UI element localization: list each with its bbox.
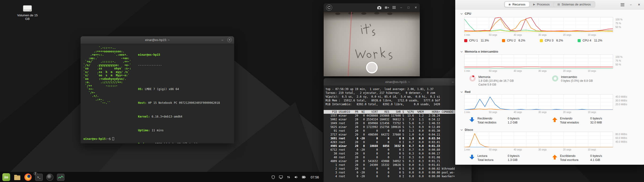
disk-read-group: Lectura 0 bytes/s Total lectura 1.3 GiB	[470, 154, 552, 162]
minimize-button[interactable]: –	[451, 80, 455, 84]
minimize-button[interactable]: –	[220, 38, 224, 42]
network-x-axis-labels: 1 min50 segs40 segs30 segs20 segs10 segs	[464, 111, 613, 114]
top-summary-line: MiB Mem : 15912.6 total, 8928.6 libre, 1…	[326, 99, 470, 102]
network-icon[interactable]	[286, 175, 290, 179]
neofetch-terminal-output[interactable]: `.-::---.. .:++++ooooosssoo:. .+o++::. `…	[80, 44, 234, 143]
cpu-legend-label: CPU 2	[507, 39, 516, 42]
top-summary-line: Tareas: 219 total, 2 ejecutar, 217 hiber…	[326, 91, 470, 95]
neofetch-info-label: Kernel:	[138, 115, 150, 118]
memory-legend-title: Memoria	[478, 75, 514, 79]
folder-icon	[14, 174, 21, 180]
y-axis-label: 20.0 MiB/s	[616, 102, 642, 106]
hamburger-menu-icon[interactable]	[620, 3, 625, 7]
top-terminal-output[interactable]: top - 07:56:39 up 19 min, 1 user, load a…	[324, 86, 472, 182]
camera-titlebar[interactable]: – □ ✕	[324, 3, 420, 12]
x-axis-label: 1 min	[464, 148, 470, 151]
receive-rate-label: Recibiendo	[478, 117, 505, 120]
cpu-legend-label: CPU 4	[582, 39, 591, 42]
top-terminal-titlebar[interactable]: einar@es-hp15: ~ – □ ✕	[324, 78, 472, 86]
x-axis-label: 1 min	[464, 34, 470, 36]
paper-margin-line	[348, 12, 352, 76]
tab-icon: ◉	[508, 3, 511, 6]
close-button[interactable]: ✕	[637, 3, 641, 7]
neofetch-info-column: einar@es-hp15 -------------- OS: LMDE 7 …	[138, 46, 220, 143]
switch-camera-button[interactable]	[326, 5, 332, 11]
video-mode-button[interactable]	[384, 6, 389, 9]
firefox-launcher[interactable]	[24, 173, 32, 181]
write-total-label: Total escritura	[560, 158, 588, 162]
neofetch-titlebar[interactable]: einar@es-hp15: ~ – ✕	[80, 36, 234, 44]
process-row: 3691 root 0 -20 0 0 0 R 1.0 0.0 0:03.94	[326, 136, 470, 140]
cpu-chart	[464, 17, 613, 33]
x-axis-label: 10 segs	[588, 111, 596, 114]
memory-section-header[interactable]: Memoria e intercambio	[460, 50, 498, 53]
network-receive-group: Recibiendo 0 bytes/s Total recibidos 1.2…	[470, 117, 552, 124]
x-axis-label: 1 min	[464, 70, 470, 72]
x-axis-label: 40 segs	[514, 70, 522, 72]
swap-usage-group: Intercambio 0 bytes (0.0%) de 8.8 GB	[552, 75, 635, 86]
cpu-color-swatch	[502, 39, 505, 42]
memory-section-title: Memoria e intercambio	[465, 50, 498, 53]
view-switcher-tab[interactable]: ▤ Sistemas de archivos	[554, 2, 595, 7]
close-button[interactable]: ✕	[227, 38, 232, 42]
close-button[interactable]: ✕	[414, 6, 418, 10]
display-icon[interactable]	[279, 175, 283, 179]
process-row: 5625 einar 20 0 1722992 152756 100616 S …	[326, 125, 470, 129]
camera-shutter-button[interactable]	[366, 62, 378, 73]
process-row: 1557 einar 20 0 4438868 193868 117608 S …	[326, 114, 470, 118]
camera-app-launcher[interactable]	[46, 173, 54, 181]
shield-icon[interactable]	[271, 175, 275, 179]
x-axis-label: 10 segs	[588, 148, 596, 151]
mint-menu-button[interactable]: lm	[2, 173, 10, 181]
process-row: 40 root 20 0 0 0 0 I 0.3 0.0 0:01.08	[326, 155, 470, 159]
minimize-button[interactable]: –	[399, 6, 403, 10]
top-summary-line: top - 07:56:39 up 19 min, 1 user, load a…	[326, 87, 470, 91]
cpu-legend-value: 11.3%	[481, 39, 489, 42]
cpu-chart-box	[464, 17, 613, 33]
cpu-y-axis-labels: 100 %75 %50 %	[616, 18, 642, 29]
battery-icon[interactable]	[302, 175, 306, 179]
cpu-color-swatch	[578, 39, 581, 42]
neofetch-window-title: einar@es-hp15: ~	[145, 38, 170, 42]
x-axis-label: 10 segs	[588, 34, 596, 36]
neofetch-info-value: 11 mins	[150, 129, 164, 132]
shell-prompt[interactable]: einar@es-hp15:~$	[84, 137, 114, 141]
file-manager-launcher[interactable]	[13, 173, 21, 181]
cpu-section-title: CPU	[465, 12, 471, 15]
view-switcher-tab[interactable]: ▶ Procesos	[529, 2, 554, 7]
network-section-header[interactable]: Red	[460, 90, 470, 94]
tab-label: Procesos	[537, 3, 550, 6]
view-switcher-tab[interactable]: ◉ Recursos	[504, 2, 529, 7]
prompt-user-host: einar@es-hp15	[84, 137, 106, 141]
cpu-legend-value: 11.2%	[594, 39, 602, 42]
disk-section-header[interactable]: Disco	[460, 128, 473, 132]
x-axis-label: 1 min	[464, 111, 470, 114]
camera-preview	[324, 12, 420, 76]
neofetch-info-list: OS: LMDE 7 (gigi) x86 64 Host: HP 15 Not…	[138, 74, 220, 143]
write-rate-label: Escribiendo	[560, 154, 588, 158]
process-row: 4 root 0 -20 0 0 0 I 0.0 0.0 0:00.00 kwo…	[326, 174, 470, 178]
chevron-down-icon	[460, 51, 463, 53]
x-axis-label: 40 segs	[514, 34, 522, 36]
panel-clock[interactable]: 07:56	[311, 175, 319, 179]
y-axis-label: 100 %	[616, 55, 642, 59]
photo-mode-button[interactable]	[377, 6, 382, 10]
camera-app-window: – □ ✕	[324, 3, 420, 76]
maximize-button[interactable]: □	[406, 6, 410, 10]
read-total-label: Total lectura	[478, 158, 505, 162]
send-rate-value: 0 bytes/s	[590, 117, 602, 120]
desktop-icon-volume[interactable]: Volumen de 15 GB	[13, 4, 42, 21]
cpu-legend-item: CPU 2 6.2%	[502, 39, 540, 42]
terminal-launcher[interactable]: >_ 2	[35, 173, 43, 181]
system-monitor-headerbar[interactable]: ◉ Recursos ▶ Procesos ▤ Sistemas de arch…	[455, 0, 644, 10]
hamburger-menu-icon[interactable]	[392, 6, 396, 9]
minimize-button[interactable]: –	[629, 3, 633, 7]
process-row: 2717 einar 20 0 498500 64272 37660 S 1.0…	[326, 133, 470, 136]
system-monitor-icon	[57, 174, 64, 181]
memory-x-axis-labels: 1 min50 segs40 segs30 segs20 segs10 segs	[464, 70, 613, 73]
system-monitor-launcher[interactable]	[57, 173, 64, 181]
top-summary-line: MiB Intercambio: 8392.0 total, 8392.0 li…	[326, 102, 470, 106]
disk-chart-box	[464, 132, 613, 147]
cpu-section-header[interactable]: CPU	[460, 12, 471, 15]
volume-icon[interactable]	[294, 175, 298, 179]
